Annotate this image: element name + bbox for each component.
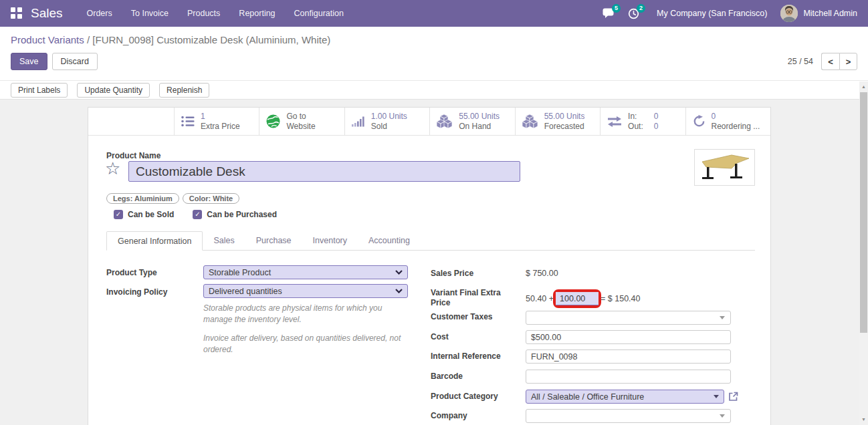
cost-label: Cost [431, 332, 521, 342]
website-line1: Go to [286, 112, 315, 122]
reordering-label: Reordering ... [712, 122, 760, 132]
invoicing-policy-help-text: Invoice after delivery, based on quantit… [203, 333, 413, 356]
invoicing-policy-label: Invoicing Policy [106, 287, 200, 297]
list-icon [181, 116, 195, 127]
caret-down-icon [714, 395, 719, 398]
stat-button-moves[interactable]: In: 0 Out: 0 [600, 108, 685, 135]
stat-button-row: 1 Extra Price Go to Website [88, 108, 770, 136]
messages-button[interactable]: 5 [603, 8, 615, 19]
forecasted-value: 55.00 Units [544, 112, 585, 122]
tag-legs: Legs: Aluminium [106, 193, 179, 204]
messages-badge: 5 [612, 4, 621, 13]
activities-button[interactable]: 2 [628, 8, 639, 19]
breadcrumb-current: [FURN_0098] Customizable Desk (Aluminium… [92, 34, 330, 45]
tab-purchase[interactable]: Purchase [245, 231, 302, 251]
vertical-scrollbar[interactable]: ▲ ▼ [859, 82, 868, 425]
internal-reference-label: Internal Reference [431, 351, 521, 362]
forecasted-label: Forecasted [544, 122, 585, 132]
extra-price-count: 1 [201, 112, 240, 122]
stat-button-forecasted[interactable]: 55.00 Units Forecasted [515, 108, 600, 135]
discard-button[interactable]: Discard [52, 53, 98, 70]
tab-general-information[interactable]: General Information [106, 231, 203, 251]
user-name: Mitchell Admin [803, 9, 857, 18]
internal-reference-input[interactable] [526, 349, 731, 364]
product-type-label: Product Type [106, 268, 200, 278]
breadcrumb-parent-link[interactable]: Product Variants [11, 34, 84, 45]
favorite-star-icon[interactable]: ☆ [105, 160, 120, 177]
menu-orders[interactable]: Orders [78, 0, 122, 27]
barcode-input[interactable] [526, 370, 731, 384]
avatar [780, 5, 798, 22]
stat-row-spacer [88, 108, 174, 135]
product-category-select[interactable]: All / Saleable / Office Furniture [526, 390, 724, 404]
scroll-up-arrow-icon[interactable]: ▲ [859, 83, 868, 91]
tab-inventory[interactable]: Inventory [302, 231, 358, 251]
action-toolbar: Print Labels Update Quantity Replenish [0, 80, 868, 100]
can-be-sold-checkbox[interactable]: ✓ Can be Sold [114, 210, 174, 219]
stat-button-sold[interactable]: 1.00 Units Sold [344, 108, 429, 135]
variant-extra-price-input[interactable] [556, 292, 599, 305]
apps-menu-icon[interactable] [11, 7, 23, 19]
moves-out-value: 0 [654, 122, 659, 132]
moves-in-value: 0 [654, 112, 659, 122]
product-type-select[interactable]: Storable Product [203, 265, 408, 279]
company-dropdown[interactable] [526, 409, 731, 423]
product-category-label: Product Category [431, 392, 521, 402]
can-be-purchased-checkbox[interactable]: ✓ Can be Purchased [193, 210, 277, 219]
caret-down-icon [720, 316, 725, 319]
sold-value: 1.00 Units [371, 112, 407, 122]
sold-label: Sold [371, 122, 407, 132]
save-button[interactable]: Save [11, 53, 47, 70]
company-switcher[interactable]: My Company (San Francisco) [657, 9, 767, 18]
on-hand-value: 55.00 Units [459, 112, 500, 122]
on-hand-label: On Hand [459, 122, 500, 132]
customer-taxes-dropdown[interactable] [526, 311, 731, 325]
product-type-help-text: Storable products are physical items for… [203, 303, 413, 325]
stat-button-reordering[interactable]: 0 Reordering ... [685, 108, 770, 135]
chevron-down-icon [395, 289, 403, 293]
external-link-icon[interactable] [728, 392, 738, 402]
scrollbar-thumb[interactable] [860, 92, 867, 333]
pager-previous-button[interactable]: < [821, 53, 839, 70]
update-quantity-button[interactable]: Update Quantity [77, 83, 150, 98]
invoicing-policy-select[interactable]: Delivered quantities [203, 284, 408, 298]
variant-extra-price-label: Variant Final Extra Price [431, 288, 510, 308]
cubes-icon [522, 114, 538, 129]
variant-base-price: 50.40 + [526, 294, 554, 303]
bar-chart-icon [352, 116, 365, 127]
tab-sales[interactable]: Sales [203, 231, 245, 251]
user-menu[interactable]: Mitchell Admin [780, 5, 857, 22]
menu-products[interactable]: Products [178, 0, 229, 27]
stat-button-go-to-website[interactable]: Go to Website [259, 108, 344, 135]
menu-reporting[interactable]: Reporting [229, 0, 284, 27]
product-name-input[interactable] [128, 161, 520, 182]
moves-in-label: In: [628, 112, 643, 122]
tab-accounting[interactable]: Accounting [358, 231, 421, 251]
app-name[interactable]: Sales [31, 6, 63, 21]
variant-total-price: = $ 150.40 [601, 294, 640, 303]
control-panel: Product Variants / [FURN_0098] Customiza… [0, 27, 868, 80]
form-view-background: 1 Extra Price Go to Website [0, 100, 859, 425]
stat-button-on-hand[interactable]: 55.00 Units On Hand [429, 108, 514, 135]
menu-configuration[interactable]: Configuration [285, 0, 353, 27]
print-labels-button[interactable]: Print Labels [11, 83, 68, 98]
website-line2: Website [286, 122, 315, 132]
refresh-icon [693, 115, 706, 128]
product-image[interactable] [694, 149, 755, 186]
chevron-down-icon [395, 270, 403, 275]
pager-next-button[interactable]: > [839, 53, 857, 70]
company-label: Company [431, 411, 521, 421]
form-sheet: 1 Extra Price Go to Website [88, 107, 771, 425]
stat-button-extra-price[interactable]: 1 Extra Price [174, 108, 259, 135]
replenish-button[interactable]: Replenish [159, 83, 209, 98]
menu-to-invoice[interactable]: To Invoice [122, 0, 178, 27]
reordering-value: 0 [712, 112, 760, 122]
extra-price-label: Extra Price [201, 122, 240, 132]
scroll-down-arrow-icon[interactable]: ▼ [859, 416, 868, 424]
activities-badge: 2 [637, 4, 645, 13]
caret-down-icon [720, 414, 725, 418]
cost-input[interactable] [526, 330, 731, 344]
breadcrumb-separator: / [87, 34, 90, 45]
breadcrumb: Product Variants / [FURN_0098] Customiza… [11, 34, 857, 45]
sales-price-value: $ 750.00 [526, 269, 558, 278]
